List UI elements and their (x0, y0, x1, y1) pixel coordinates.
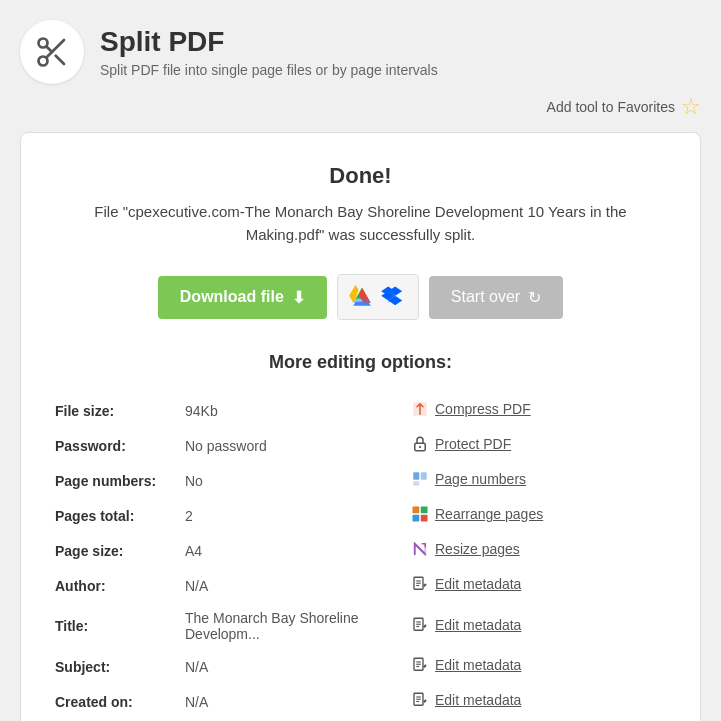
edit-metadata-icon-1 (411, 575, 429, 593)
edit-metadata-button-1[interactable]: Edit metadata (411, 575, 521, 593)
resize-pages-button[interactable]: Resize pages (411, 540, 520, 558)
page-header: Split PDF Split PDF file into single pag… (20, 20, 701, 84)
rearrange-action-cell: Rearrange pages (401, 498, 670, 533)
table-row: Page numbers: No Page numbers (51, 463, 670, 498)
svg-rect-12 (421, 507, 428, 514)
refresh-icon: ↻ (528, 288, 541, 307)
action-buttons: Download file ⬇ Start over ↻ (51, 274, 670, 320)
compress-pdf-icon (411, 400, 429, 418)
dropbox-icon[interactable] (380, 283, 408, 311)
star-icon: ☆ (681, 94, 701, 120)
created-on-label: Created on: (51, 684, 181, 719)
svg-rect-11 (413, 507, 420, 514)
edit-metadata-icon-4 (411, 691, 429, 709)
page-numbers-value: No (181, 463, 401, 498)
svg-rect-8 (413, 472, 419, 480)
page-title: Split PDF (100, 26, 438, 58)
resize-action-cell: Resize pages (401, 533, 670, 568)
author-value: N/A (181, 568, 401, 603)
created-on-value: N/A (181, 684, 401, 719)
protect-pdf-icon (411, 435, 429, 453)
rearrange-pages-button[interactable]: Rearrange pages (411, 505, 543, 523)
edit-metadata-button-4[interactable]: Edit metadata (411, 691, 521, 709)
add-to-favorites-button[interactable]: Add tool to Favorites ☆ (547, 94, 701, 120)
favorites-label: Add tool to Favorites (547, 99, 675, 115)
protect-pdf-button[interactable]: Protect PDF (411, 435, 511, 453)
edit-metadata-icon-2 (411, 616, 429, 634)
page-numbers-label: Page numbers: (51, 463, 181, 498)
edit-metadata-button-3[interactable]: Edit metadata (411, 656, 521, 674)
table-row: Password: No password Protect PDF (51, 428, 670, 463)
done-title: Done! (51, 163, 670, 189)
done-section: Done! File "cpexecutive.com-The Monarch … (51, 163, 670, 246)
password-value: No password (181, 428, 401, 463)
google-drive-icon[interactable] (348, 283, 376, 311)
edit-metadata-icon-3 (411, 656, 429, 674)
start-over-button[interactable]: Start over ↻ (429, 276, 563, 319)
table-row: Created on: N/A Edit metadata (51, 684, 670, 719)
page-size-label: Page size: (51, 533, 181, 568)
compress-pdf-button[interactable]: Compress PDF (411, 400, 531, 418)
tool-icon-container (20, 20, 84, 84)
password-label: Password: (51, 428, 181, 463)
table-row: File size: 94Kb Compress PDF (51, 393, 670, 428)
file-size-label: File size: (51, 393, 181, 428)
table-row: Pages total: 2 Rearrange pages (51, 498, 670, 533)
page-subtitle: Split PDF file into single page files or… (100, 62, 438, 78)
header-text: Split PDF Split PDF file into single pag… (100, 26, 438, 78)
resize-pages-icon (411, 540, 429, 558)
download-icon: ⬇ (292, 288, 305, 307)
table-row: Page size: A4 Resize pages (51, 533, 670, 568)
edit-metadata-action-cell-3: Edit metadata (401, 649, 670, 684)
pagenums-action-cell: Page numbers (401, 463, 670, 498)
svg-rect-14 (421, 515, 428, 522)
pages-total-label: Pages total: (51, 498, 181, 533)
more-editing-title: More editing options: (51, 352, 670, 373)
table-row: Subject: N/A Edit metadata (51, 649, 670, 684)
page-numbers-icon (411, 470, 429, 488)
edit-metadata-button-2[interactable]: Edit metadata (411, 616, 521, 634)
svg-line-4 (46, 46, 52, 52)
compress-action-cell: Compress PDF (401, 393, 670, 428)
subject-value: N/A (181, 649, 401, 684)
page-size-value: A4 (181, 533, 401, 568)
edit-metadata-action-cell-2: Edit metadata (401, 603, 670, 649)
table-row: Author: N/A Edit metadata (51, 568, 670, 603)
file-info-table: File size: 94Kb Compress PDF Password: N… (51, 393, 670, 719)
pages-total-value: 2 (181, 498, 401, 533)
edit-metadata-action-cell-1: Edit metadata (401, 568, 670, 603)
title-label: Title: (51, 603, 181, 649)
cloud-save-options (337, 274, 419, 320)
main-card: Done! File "cpexecutive.com-The Monarch … (20, 132, 701, 721)
download-label: Download file (180, 288, 284, 306)
subject-label: Subject: (51, 649, 181, 684)
favorites-bar: Add tool to Favorites ☆ (20, 94, 701, 120)
page-numbers-button[interactable]: Page numbers (411, 470, 526, 488)
svg-point-7 (419, 446, 421, 448)
svg-rect-13 (413, 515, 420, 522)
rearrange-pages-icon (411, 505, 429, 523)
title-value: The Monarch Bay Shoreline Developm... (181, 603, 401, 649)
svg-rect-10 (413, 481, 419, 486)
table-row: Title: The Monarch Bay Shoreline Develop… (51, 603, 670, 649)
done-description: File "cpexecutive.com-The Monarch Bay Sh… (81, 201, 641, 246)
author-label: Author: (51, 568, 181, 603)
protect-action-cell: Protect PDF (401, 428, 670, 463)
svg-line-3 (56, 56, 64, 64)
edit-metadata-action-cell-4: Edit metadata (401, 684, 670, 719)
svg-rect-9 (421, 472, 427, 480)
start-over-label: Start over (451, 288, 520, 306)
download-button[interactable]: Download file ⬇ (158, 276, 327, 319)
scissors-icon (34, 34, 70, 70)
file-size-value: 94Kb (181, 393, 401, 428)
